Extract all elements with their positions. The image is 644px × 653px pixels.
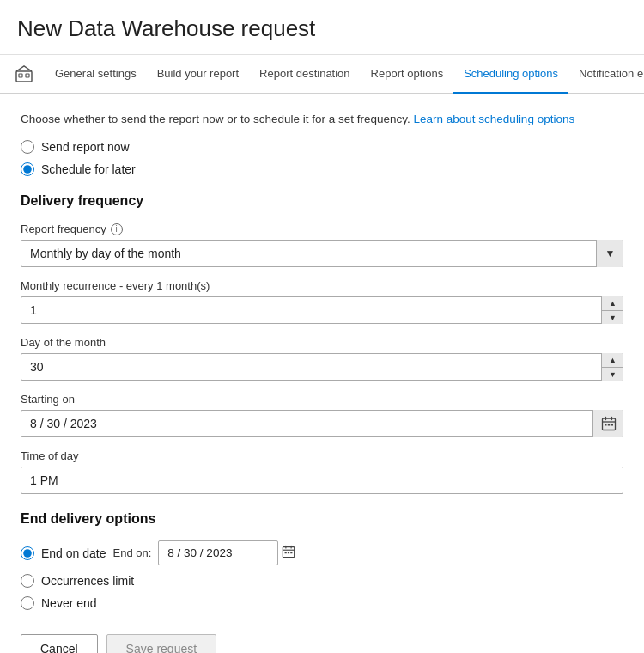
monthly-recurrence-spinner: ▲ ▼	[21, 296, 623, 324]
starting-on-calendar-button[interactable]	[592, 410, 623, 437]
end-delivery-section: End delivery options End on date End on:	[21, 511, 623, 610]
send-options-group: Send report now Schedule for later	[21, 140, 623, 176]
monthly-recurrence-increment[interactable]: ▲	[602, 296, 623, 311]
nav-tabs: General settings Build your report Repor…	[0, 55, 644, 94]
day-of-month-decrement[interactable]: ▼	[602, 368, 623, 381]
radio-occurrences-input[interactable]	[21, 574, 34, 588]
monthly-recurrence-input[interactable]	[21, 296, 623, 324]
day-of-month-spinbuttons: ▲ ▼	[601, 353, 623, 381]
svg-rect-4	[605, 424, 607, 426]
svg-rect-1	[19, 74, 22, 77]
monthly-recurrence-decrement[interactable]: ▼	[602, 311, 623, 325]
radio-never-end-label: Never end	[41, 596, 97, 610]
radio-end-on-date[interactable]: End on date	[21, 546, 106, 560]
end-on-label: End on:	[113, 546, 152, 559]
end-date-input[interactable]	[158, 540, 278, 565]
tab-report-options[interactable]: Report options	[361, 55, 454, 94]
tab-build-report[interactable]: Build your report	[147, 55, 249, 94]
monthly-recurrence-label: Monthly recurrence - every 1 month(s)	[21, 279, 623, 292]
tab-general-settings[interactable]: General settings	[45, 55, 147, 94]
time-of-day-input[interactable]	[21, 467, 623, 494]
main-content: Choose whether to send the report now or…	[0, 94, 644, 653]
occurrences-limit-row: Occurrences limit	[21, 574, 623, 588]
report-frequency-field: Report frequency i Monthly by day of the…	[21, 223, 623, 267]
time-of-day-label: Time of day	[21, 449, 623, 462]
starting-on-input[interactable]	[21, 410, 623, 437]
radio-end-on-date-label: End on date	[41, 546, 106, 560]
end-date-wrapper	[158, 540, 299, 565]
starting-on-date-wrapper	[21, 410, 623, 437]
time-of-day-field: Time of day	[21, 449, 623, 494]
svg-rect-8	[285, 552, 287, 554]
svg-rect-10	[291, 552, 293, 554]
delivery-frequency-section: Delivery frequency Report frequency i Mo…	[21, 193, 623, 494]
never-end-row: Never end	[21, 596, 623, 610]
page-title: New Data Warehouse request	[0, 0, 644, 55]
end-on-date-row: End on date End on:	[21, 540, 623, 565]
radio-occurrences-limit[interactable]: Occurrences limit	[21, 574, 134, 588]
day-of-month-input[interactable]	[21, 353, 623, 381]
tab-report-destination[interactable]: Report destination	[249, 55, 361, 94]
end-options-group: End on date End on:	[21, 540, 623, 610]
radio-never-end-input[interactable]	[21, 596, 34, 610]
report-frequency-select[interactable]: Monthly by day of the month Daily Weekly…	[21, 240, 623, 267]
delivery-frequency-title: Delivery frequency	[21, 193, 623, 209]
radio-send-now[interactable]: Send report now	[21, 140, 623, 154]
info-text: Choose whether to send the report now or…	[21, 111, 623, 128]
svg-rect-9	[288, 552, 289, 554]
svg-rect-6	[611, 424, 613, 426]
report-frequency-info-icon: i	[111, 223, 123, 235]
radio-schedule-later-input[interactable]	[21, 162, 34, 176]
radio-send-now-label: Send report now	[41, 140, 130, 154]
scheduling-info-link[interactable]: Learn about scheduling options	[414, 113, 575, 125]
radio-end-on-date-input[interactable]	[21, 546, 34, 560]
svg-rect-5	[607, 424, 610, 426]
radio-schedule-later-label: Schedule for later	[41, 162, 136, 176]
day-of-month-label: Day of the month	[21, 336, 623, 349]
cancel-button[interactable]: Cancel	[21, 634, 98, 653]
end-date-inline: End on:	[113, 540, 300, 565]
radio-schedule-later[interactable]: Schedule for later	[21, 162, 623, 176]
day-of-month-spinner: ▲ ▼	[21, 353, 623, 381]
footer-buttons: Cancel Save request	[21, 634, 623, 653]
report-frequency-label: Report frequency i	[21, 223, 623, 235]
radio-send-now-input[interactable]	[21, 140, 34, 154]
day-of-month-increment[interactable]: ▲	[602, 353, 623, 368]
radio-occurrences-label: Occurrences limit	[41, 574, 134, 588]
warehouse-icon	[9, 58, 39, 89]
svg-rect-2	[26, 74, 29, 77]
monthly-recurrence-spinbuttons: ▲ ▼	[601, 296, 623, 324]
end-date-calendar-button[interactable]	[278, 543, 299, 563]
monthly-recurrence-field: Monthly recurrence - every 1 month(s) ▲ …	[21, 279, 623, 324]
save-button[interactable]: Save request	[106, 634, 217, 653]
report-frequency-select-wrapper: Monthly by day of the month Daily Weekly…	[21, 240, 623, 267]
radio-never-end[interactable]: Never end	[21, 596, 97, 610]
tab-scheduling-options[interactable]: Scheduling options	[453, 55, 568, 94]
tab-notification-email[interactable]: Notification email	[568, 55, 644, 94]
end-delivery-title: End delivery options	[21, 511, 623, 527]
starting-on-field: Starting on	[21, 393, 623, 437]
starting-on-label: Starting on	[21, 393, 623, 406]
day-of-month-field: Day of the month ▲ ▼	[21, 336, 623, 381]
